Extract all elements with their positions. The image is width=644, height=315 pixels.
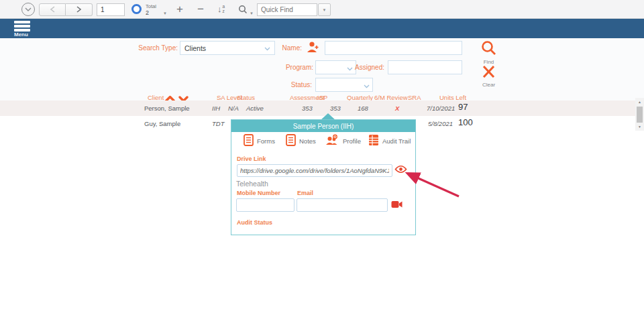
audit-trail-button[interactable]: Audit Trail <box>368 134 411 148</box>
chevron-left-icon <box>50 6 55 14</box>
cell-assessment: 353 <box>302 105 313 112</box>
search-button[interactable] <box>238 5 248 17</box>
assigned-input[interactable] <box>388 60 462 74</box>
chevron-right-icon <box>76 6 81 14</box>
sort-arrow-icon: ↓ <box>217 5 222 13</box>
cell-client: Person, Sample <box>144 105 190 112</box>
email-input[interactable] <box>297 198 388 212</box>
previous-record-button[interactable] <box>39 3 66 16</box>
cell-program: IIH <box>212 105 220 112</box>
app-window: Total 2 ▼ + − ↓ az ▼ ▼ Menu Search Type:… <box>0 0 644 315</box>
next-record-button[interactable] <box>66 3 93 16</box>
notes-button[interactable]: Notes <box>286 134 316 148</box>
annotation-arrow <box>397 166 467 201</box>
forms-button[interactable]: Forms <box>244 134 275 148</box>
total-label: Total <box>146 3 156 9</box>
email-label: Email <box>297 190 313 196</box>
scroll-up-icon[interactable]: ▲ <box>635 99 644 105</box>
clear-x-icon <box>481 70 496 81</box>
notes-label: Notes <box>299 137 316 145</box>
quick-find-input[interactable] <box>257 3 317 16</box>
total-ring-icon <box>131 4 142 14</box>
chevron-down-icon <box>364 79 370 91</box>
total-count: 2 <box>146 9 156 17</box>
search-type-value: Clients <box>184 44 206 52</box>
program-label: Program: <box>268 64 313 71</box>
sort-az-icon: az <box>223 5 225 14</box>
telehealth-section-label: Telehealth <box>236 180 268 188</box>
cell-sra: 5/8/2021 <box>428 120 453 127</box>
search-type-select[interactable]: Clients <box>180 41 275 55</box>
zoom-in-button[interactable]: + <box>173 2 186 17</box>
video-camera-icon <box>391 200 402 210</box>
hamburger-icon <box>14 21 30 32</box>
popup-title: Sample Person (IIH) <box>231 120 415 132</box>
drive-link-label: Drive Link <box>237 155 266 162</box>
total-indicator: Total 2 <box>146 3 156 17</box>
cell-isp: 353 <box>330 105 341 112</box>
mobile-number-label: Mobile Number <box>237 190 280 196</box>
scroll-down-icon[interactable]: ▼ <box>635 123 644 130</box>
menu-button[interactable]: Menu <box>14 21 30 38</box>
cell-sra: 7/10/2021 <box>427 105 455 112</box>
drive-link-input[interactable] <box>237 164 392 177</box>
status-dropdown-button[interactable] <box>360 78 373 92</box>
document-icon <box>286 134 296 148</box>
cell-6m-review: X <box>395 105 399 112</box>
cell-units-left: 100 <box>458 117 473 127</box>
assigned-label: Assigned: <box>342 64 384 71</box>
find-magnifier-icon <box>480 47 497 58</box>
total-dropdown-caret-icon[interactable]: ▼ <box>163 11 167 15</box>
zoom-out-button[interactable]: − <box>194 2 207 17</box>
cell-quarterly: 168 <box>358 105 368 112</box>
scrollbar-thumb[interactable] <box>637 107 643 123</box>
page-number-input[interactable] <box>97 3 125 16</box>
cell-status: Active <box>246 105 264 112</box>
cell-units-left: 97 <box>458 102 468 112</box>
grid-table-icon <box>368 134 379 148</box>
find-button[interactable]: Find <box>480 40 497 65</box>
cell-program: TDT <box>212 120 224 127</box>
person-add-icon[interactable] <box>305 40 320 56</box>
chevron-down-icon: ▼ <box>323 8 327 12</box>
status-label: Status: <box>272 81 312 88</box>
clear-label: Clear <box>481 82 496 88</box>
name-input[interactable] <box>325 41 462 55</box>
audit-trail-label: Audit Trail <box>382 137 411 145</box>
cell-sa-level: N/A <box>228 105 239 112</box>
audit-status-label: Audit Status <box>237 219 272 226</box>
client-popup: Sample Person (IIH) Forms Notes Profile … <box>231 119 416 235</box>
table-row[interactable] <box>0 101 636 116</box>
search-type-label: Search Type: <box>111 44 178 52</box>
search-icon <box>238 5 248 16</box>
profile-label: Profile <box>343 137 361 145</box>
status-input[interactable] <box>315 78 361 92</box>
mobile-number-input[interactable] <box>236 198 294 212</box>
people-badge-icon <box>325 134 339 147</box>
menubar <box>0 19 644 38</box>
name-label: Name: <box>262 44 302 52</box>
document-icon <box>244 134 254 148</box>
forms-label: Forms <box>257 137 275 145</box>
cell-client: Guy, Sample <box>144 120 180 127</box>
search-dropdown-caret-icon[interactable]: ▼ <box>250 11 254 15</box>
menu-label: Menu <box>14 32 30 38</box>
collapse-toolbar-icon[interactable] <box>21 3 35 16</box>
profile-button[interactable]: Profile <box>325 134 361 147</box>
video-call-button[interactable] <box>391 200 402 210</box>
sort-button[interactable]: ↓ az <box>217 5 225 14</box>
clear-button[interactable]: Clear <box>481 64 496 88</box>
program-input[interactable] <box>315 60 344 74</box>
quick-find-dropdown-button[interactable]: ▼ <box>318 3 331 16</box>
